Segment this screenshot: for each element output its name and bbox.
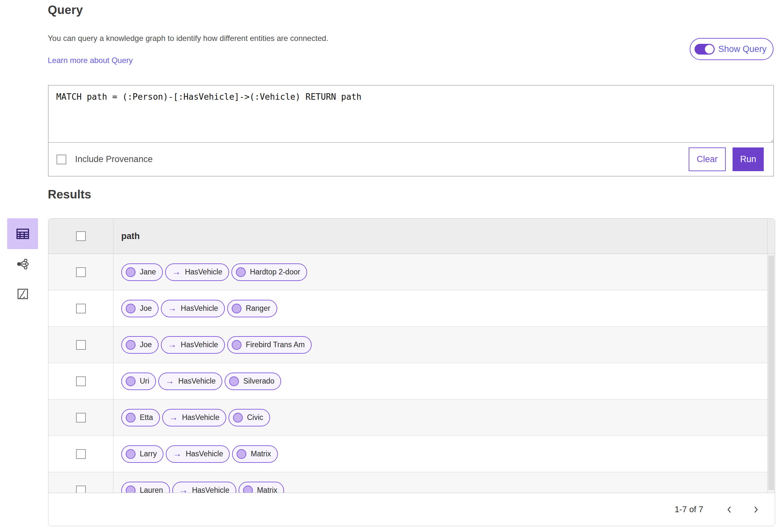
table-row: Etta → HasVehicle Civic bbox=[48, 400, 775, 436]
path-cell: Uri → HasVehicle Silverado bbox=[113, 363, 775, 399]
table-row: Uri → HasVehicle Silverado bbox=[48, 363, 775, 400]
entity-node-icon bbox=[237, 449, 246, 459]
entity-node-icon bbox=[236, 267, 246, 277]
entity-pill[interactable]: Civic bbox=[229, 409, 270, 426]
path-cell: Joe → HasVehicle Firebird Trans Am bbox=[113, 327, 775, 363]
path-cell: Larry → HasVehicle Matrix bbox=[113, 436, 775, 472]
map-icon bbox=[16, 288, 29, 300]
row-checkbox[interactable] bbox=[76, 376, 86, 386]
show-query-label: Show Query bbox=[718, 44, 767, 54]
relationship-label: HasVehicle bbox=[181, 340, 218, 349]
entity-label: Etta bbox=[140, 413, 153, 422]
row-checkbox[interactable] bbox=[76, 449, 86, 459]
select-all-checkbox[interactable] bbox=[76, 231, 86, 241]
entity-pill[interactable]: Jane bbox=[121, 263, 163, 281]
entity-label: Larry bbox=[140, 449, 157, 458]
learn-more-link[interactable]: Learn more about Query bbox=[48, 56, 133, 65]
toggle-knob bbox=[705, 45, 714, 54]
entity-node-icon bbox=[232, 304, 241, 313]
toggle-switch-icon[interactable] bbox=[694, 44, 715, 55]
relationship-pill[interactable]: → HasVehicle bbox=[162, 409, 226, 426]
run-button[interactable]: Run bbox=[733, 148, 764, 171]
entity-label: Civic bbox=[247, 413, 263, 422]
relationship-arrow-icon: → bbox=[173, 449, 181, 458]
row-checkbox[interactable] bbox=[76, 340, 86, 350]
results-title: Results bbox=[48, 188, 91, 201]
query-page: Query You can query a knowledge graph to… bbox=[0, 0, 780, 532]
relationship-pill[interactable]: → HasVehicle bbox=[158, 373, 222, 390]
table-body: Jane → HasVehicle Hardtop 2-door bbox=[48, 254, 775, 509]
row-checkbox[interactable] bbox=[76, 413, 86, 423]
entity-label: Hardtop 2-door bbox=[250, 268, 300, 276]
row-checkbox[interactable] bbox=[76, 267, 86, 277]
relationship-label: HasVehicle bbox=[182, 413, 220, 422]
entity-node-icon bbox=[126, 267, 136, 277]
entity-pill[interactable]: Joe bbox=[121, 336, 159, 354]
entity-pill[interactable]: Larry bbox=[121, 445, 163, 463]
entity-pill[interactable]: Firebird Trans Am bbox=[227, 336, 312, 354]
entity-label: Ranger bbox=[246, 304, 270, 313]
path-column-header: path bbox=[113, 219, 775, 254]
entity-node-icon bbox=[126, 376, 136, 386]
row-checkbox[interactable] bbox=[76, 304, 86, 313]
include-provenance-checkbox[interactable] bbox=[56, 155, 66, 164]
page-description: You can query a knowledge graph to ident… bbox=[48, 34, 328, 43]
table-view-button[interactable] bbox=[7, 218, 38, 249]
relationship-pill[interactable]: → HasVehicle bbox=[165, 263, 229, 281]
entity-pill[interactable]: Hardtop 2-door bbox=[231, 263, 307, 281]
relationship-arrow-icon: → bbox=[169, 413, 178, 422]
query-input[interactable]: MATCH path = (:Person)-[:HasVehicle]->(:… bbox=[48, 86, 774, 143]
query-panel-footer: Include Provenance Clear Run bbox=[48, 143, 774, 176]
entity-node-icon bbox=[229, 376, 239, 386]
relationship-label: HasVehicle bbox=[181, 304, 218, 313]
pagination-bar: 1-7 of 7 bbox=[48, 493, 775, 526]
table-row: Jane → HasVehicle Hardtop 2-door bbox=[48, 254, 775, 290]
entity-node-icon bbox=[232, 340, 241, 350]
relationship-pill[interactable]: → HasVehicle bbox=[166, 445, 230, 463]
entity-pill[interactable]: Uri bbox=[121, 373, 156, 390]
prev-page-button[interactable] bbox=[724, 504, 735, 516]
row-checkbox-cell bbox=[48, 436, 113, 472]
map-view-button[interactable] bbox=[7, 279, 38, 309]
row-checkbox-cell bbox=[48, 254, 113, 290]
relationship-arrow-icon: → bbox=[172, 268, 181, 276]
show-query-toggle[interactable]: Show Query bbox=[690, 38, 774, 60]
entity-node-icon bbox=[126, 304, 136, 313]
link-chart-icon bbox=[16, 258, 29, 271]
table-scrollbar[interactable] bbox=[767, 219, 775, 493]
entity-pill[interactable]: Ranger bbox=[227, 300, 277, 317]
page-title: Query bbox=[48, 3, 83, 17]
include-provenance-label: Include Provenance bbox=[75, 154, 153, 164]
entity-node-icon bbox=[126, 449, 136, 459]
entity-label: Uri bbox=[140, 377, 149, 385]
relationship-arrow-icon: → bbox=[168, 340, 177, 349]
entity-pill[interactable]: Etta bbox=[121, 409, 160, 426]
relationship-label: HasVehicle bbox=[178, 377, 215, 385]
next-page-button[interactable] bbox=[750, 504, 762, 516]
entity-label: Joe bbox=[140, 304, 152, 313]
relationship-pill[interactable]: → HasVehicle bbox=[161, 336, 225, 354]
relationship-arrow-icon: → bbox=[165, 377, 174, 385]
row-checkbox-cell bbox=[48, 290, 113, 326]
link-chart-view-button[interactable] bbox=[7, 249, 38, 279]
relationship-pill[interactable]: → HasVehicle bbox=[161, 300, 225, 317]
entity-pill[interactable]: Matrix bbox=[232, 445, 278, 463]
entity-pill[interactable]: Silverado bbox=[225, 373, 281, 390]
table-row: Joe → HasVehicle Ranger bbox=[48, 290, 775, 327]
entity-label: Firebird Trans Am bbox=[246, 340, 305, 349]
entity-node-icon bbox=[233, 413, 243, 423]
relationship-label: HasVehicle bbox=[185, 268, 222, 276]
scrollbar-thumb[interactable] bbox=[768, 256, 774, 490]
relationship-label: HasVehicle bbox=[186, 449, 223, 458]
query-panel: MATCH path = (:Person)-[:HasVehicle]->(:… bbox=[48, 85, 774, 176]
table-header-row: path bbox=[48, 219, 775, 254]
entity-pill[interactable]: Joe bbox=[121, 300, 159, 317]
clear-button[interactable]: Clear bbox=[689, 148, 726, 171]
row-checkbox-cell bbox=[48, 327, 113, 363]
path-cell: Jane → HasVehicle Hardtop 2-door bbox=[113, 254, 775, 290]
view-switcher bbox=[7, 218, 38, 309]
entity-label: Silverado bbox=[243, 377, 274, 385]
chevron-right-icon bbox=[752, 506, 760, 514]
table-row: Larry → HasVehicle Matrix bbox=[48, 436, 775, 472]
results-table: path Jane → HasVehicle bbox=[48, 218, 775, 526]
